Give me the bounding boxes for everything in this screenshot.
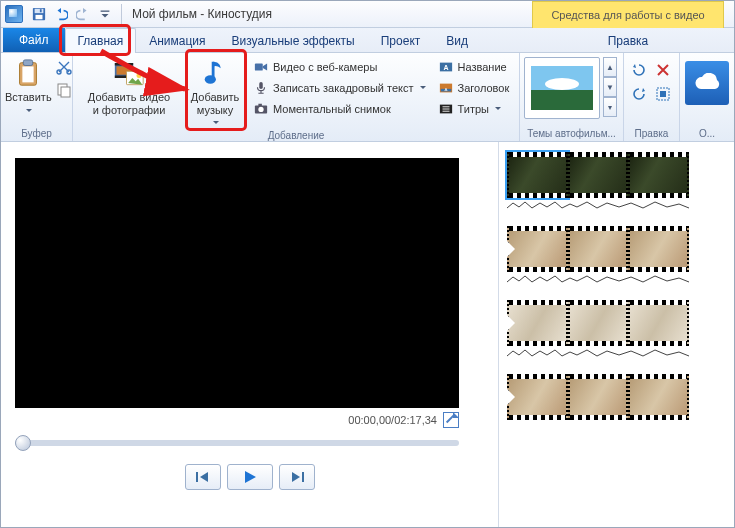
tab-edit[interactable]: Правка — [532, 28, 724, 53]
video-tools-context-tab: Средства для работы с видео — [532, 1, 724, 28]
text-column: A Название A Заголовок Титры — [434, 55, 514, 119]
audio-waveform — [507, 273, 689, 283]
svg-rect-13 — [115, 63, 133, 66]
group-clipboard: Вставить Буфер — [1, 53, 73, 141]
prev-frame-button[interactable] — [185, 464, 221, 490]
chevron-down-icon — [24, 104, 32, 117]
svg-rect-7 — [24, 60, 33, 66]
ribbon-tabs: Файл Главная Анимация Визуальные эффекты… — [1, 28, 734, 53]
window-title: Мой фильм - Киностудия — [132, 7, 272, 21]
undo-button[interactable] — [51, 4, 71, 24]
clip-1[interactable] — [507, 152, 689, 198]
tab-view[interactable]: Вид — [433, 28, 481, 52]
gallery-scroll-down[interactable]: ▼ — [603, 77, 617, 97]
paste-button[interactable]: Вставить — [5, 55, 52, 116]
audio-waveform — [507, 347, 689, 357]
record-narration-button[interactable]: Записать закадровый текст — [249, 78, 430, 98]
svg-rect-11 — [61, 87, 70, 97]
group-automovie-themes: ▲ ▼ ▾ Темы автофильм... — [520, 53, 624, 141]
qat-customize-button[interactable] — [95, 4, 115, 24]
theme-thumbnail — [531, 66, 593, 110]
chevron-down-icon — [211, 116, 219, 129]
paste-label: Вставить — [5, 91, 52, 104]
svg-rect-23 — [258, 104, 262, 107]
tab-file[interactable]: Файл — [3, 28, 65, 52]
next-frame-button[interactable] — [279, 464, 315, 490]
group-label-themes: Темы автофильм... — [524, 127, 619, 141]
time-row: 00:00,00/02:17,34 — [15, 412, 459, 428]
onedrive-button[interactable] — [685, 61, 729, 105]
ribbon: Вставить Буфер Добавить видео и фотограф… — [1, 53, 734, 142]
add-music-label: Добавить музыку — [191, 91, 240, 116]
redo-button[interactable] — [73, 4, 93, 24]
add-videos-photos-button[interactable]: Добавить видео и фотографии — [77, 55, 181, 116]
title-button[interactable]: A Название — [434, 57, 514, 77]
group-label-share: О... — [684, 127, 730, 141]
theme-gallery[interactable] — [524, 57, 600, 119]
app-icon — [5, 5, 23, 23]
select-all-button[interactable] — [652, 83, 674, 105]
svg-rect-32 — [442, 111, 449, 112]
snapshot-button[interactable]: Моментальный снимок — [249, 99, 430, 119]
film-photo-icon — [113, 57, 145, 89]
svg-rect-6 — [23, 66, 34, 82]
svg-text:A: A — [444, 87, 447, 92]
copy-button[interactable] — [56, 82, 72, 101]
tab-visual-effects[interactable]: Визуальные эффекты — [219, 28, 368, 52]
add-videos-photos-label: Добавить видео и фотографии — [88, 91, 170, 116]
add-music-button[interactable]: Добавить музыку — [185, 55, 245, 129]
caption-icon: A — [438, 80, 454, 96]
rotate-right-button[interactable] — [628, 83, 650, 105]
svg-rect-1 — [35, 9, 44, 13]
camera-icon — [253, 101, 269, 117]
quick-access-toolbar — [29, 4, 122, 24]
playback-controls — [15, 464, 484, 490]
caption-button[interactable]: A Заголовок — [434, 78, 514, 98]
tab-animation[interactable]: Анимация — [136, 28, 218, 52]
svg-rect-36 — [302, 472, 304, 482]
rotate-left-button[interactable] — [628, 59, 650, 81]
svg-rect-3 — [40, 9, 42, 12]
capture-column: Видео с веб-камеры Записать закадровый т… — [249, 55, 430, 119]
seek-slider[interactable] — [15, 440, 459, 446]
credits-icon — [438, 101, 454, 117]
context-tab-label: Средства для работы с видео — [551, 9, 704, 21]
svg-point-22 — [258, 107, 263, 112]
group-label-edit: Правка — [628, 127, 675, 141]
save-button[interactable] — [29, 4, 49, 24]
tab-home[interactable]: Главная — [65, 28, 137, 52]
seek-knob[interactable] — [15, 435, 31, 451]
work-area: 00:00,00/02:17,34 — [1, 142, 734, 528]
gallery-expand[interactable]: ▾ — [603, 97, 617, 117]
credits-button[interactable]: Титры — [434, 99, 514, 119]
svg-rect-30 — [442, 106, 449, 107]
preview-pane: 00:00,00/02:17,34 — [1, 142, 499, 528]
tab-project[interactable]: Проект — [368, 28, 434, 52]
microphone-icon — [253, 80, 269, 96]
storyboard[interactable] — [499, 142, 734, 528]
group-share: О... — [680, 53, 734, 141]
play-button[interactable] — [227, 464, 273, 490]
webcam-video-button[interactable]: Видео с веб-камеры — [249, 57, 430, 77]
svg-point-17 — [137, 73, 142, 78]
fullscreen-button[interactable] — [443, 412, 459, 428]
clip-4[interactable] — [507, 374, 689, 420]
clip-2[interactable] — [507, 226, 689, 272]
gallery-scroll: ▲ ▼ ▾ — [603, 57, 617, 117]
time-display: 00:00,00/02:17,34 — [348, 414, 437, 426]
svg-point-18 — [205, 75, 216, 83]
group-editing: Правка — [624, 53, 680, 141]
cut-button[interactable] — [56, 59, 72, 78]
group-label-clipboard: Буфер — [5, 127, 68, 141]
music-note-icon — [199, 57, 231, 89]
svg-rect-4 — [101, 11, 110, 12]
svg-rect-34 — [660, 91, 666, 97]
gallery-scroll-up[interactable]: ▲ — [603, 57, 617, 77]
clip-3[interactable] — [507, 300, 689, 346]
svg-rect-35 — [196, 472, 198, 482]
video-preview[interactable] — [15, 158, 459, 408]
svg-rect-19 — [255, 64, 263, 71]
svg-rect-31 — [442, 109, 449, 110]
title-icon: A — [438, 59, 454, 75]
delete-button[interactable] — [652, 59, 674, 81]
